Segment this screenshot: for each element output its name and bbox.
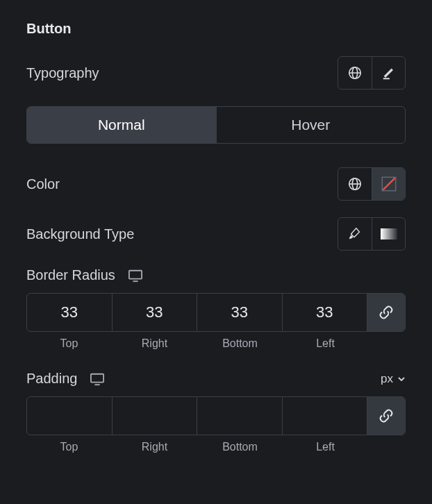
background-type-label: Background Type [26,226,134,242]
svg-rect-12 [91,373,103,382]
side-label-left: Left [283,337,368,350]
brush-icon [347,226,363,242]
desktop-icon [90,372,105,386]
no-color-icon [380,175,398,193]
pencil-icon [381,65,397,81]
color-row: Color [26,167,406,201]
border-radius-side-labels: Top Right Bottom Left [26,337,406,350]
typography-button-group [338,56,406,90]
padding-side-labels: Top Right Bottom Left [26,441,406,453]
padding-top-input[interactable] [27,397,112,435]
color-swatch-button[interactable] [372,168,405,200]
padding-label: Padding [26,371,77,387]
border-radius-inputs [26,293,406,332]
side-label-left: Left [283,441,368,453]
background-gradient-button[interactable] [372,218,405,250]
border-radius-top-input[interactable] [27,294,112,331]
padding-inputs [26,396,406,435]
border-radius-header: Border Radius [26,267,406,283]
background-type-button-group [338,217,406,251]
typography-row: Typography [26,56,406,90]
chevron-down-icon [397,375,406,383]
padding-link-toggle[interactable] [367,397,405,435]
tab-hover[interactable]: Hover [216,107,406,143]
border-radius-right-input[interactable] [113,294,197,331]
responsive-toggle[interactable] [128,269,143,283]
border-radius-link-toggle[interactable] [367,294,405,331]
svg-rect-9 [381,228,397,240]
side-label-bottom: Bottom [197,337,283,350]
typography-global-button[interactable] [338,57,372,89]
globe-icon [347,176,363,192]
border-radius-left-input[interactable] [283,294,367,331]
padding-bottom-input[interactable] [197,397,282,435]
typography-label: Typography [26,65,99,81]
padding-left-input[interactable] [283,397,367,435]
typography-edit-button[interactable] [372,57,405,89]
gradient-icon [381,227,397,241]
border-radius-label: Border Radius [26,267,115,283]
globe-icon [347,65,363,81]
svg-rect-10 [129,270,142,278]
side-label-right: Right [112,441,197,453]
padding-right-input[interactable] [113,397,197,435]
responsive-toggle[interactable] [90,372,105,386]
desktop-icon [128,269,143,283]
background-classic-button[interactable] [338,218,372,250]
state-tabs: Normal Hover [26,106,406,144]
side-label-top: Top [26,337,112,350]
svg-line-8 [383,178,394,190]
side-label-bottom: Bottom [197,441,283,453]
color-button-group [338,167,406,201]
link-icon [379,305,394,320]
color-global-button[interactable] [338,168,372,200]
section-title: Button [26,21,406,37]
link-icon [379,408,394,423]
color-label: Color [26,176,60,192]
padding-unit-select[interactable]: px [381,372,406,386]
tab-normal[interactable]: Normal [27,107,216,143]
padding-header: Padding px [26,371,406,387]
side-label-right: Right [112,337,197,350]
padding-unit-value: px [381,372,393,386]
background-type-row: Background Type [26,217,406,251]
border-radius-bottom-input[interactable] [197,294,282,331]
side-label-top: Top [26,441,112,453]
